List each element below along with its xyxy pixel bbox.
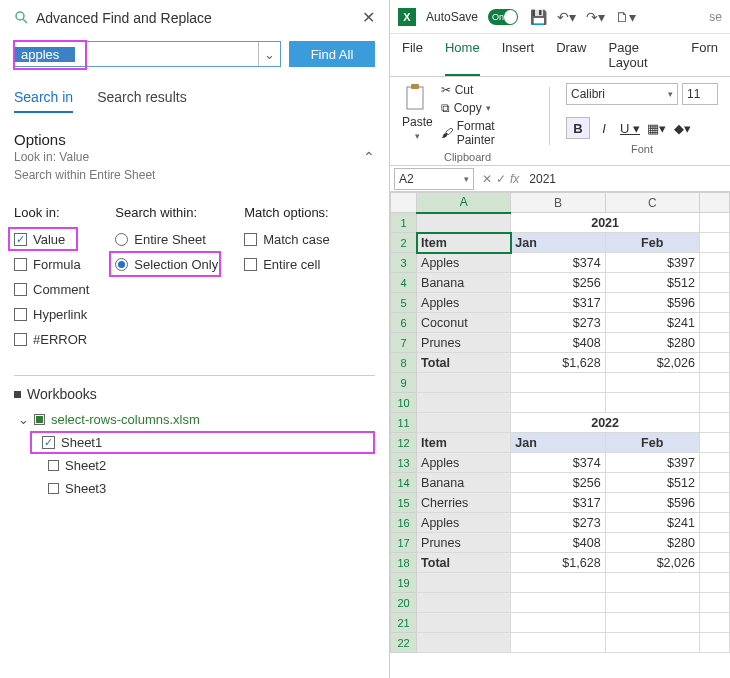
tree-sheet3[interactable]: Sheet3 [14, 477, 375, 500]
tab-draw[interactable]: Draw [556, 40, 586, 76]
cell[interactable]: Item [417, 233, 511, 253]
tab-search-in[interactable]: Search in [14, 89, 73, 113]
find-replace-dialog: Advanced Find and Replace ✕ ⌄ Find All S… [0, 0, 390, 678]
close-icon[interactable]: ✕ [362, 8, 375, 27]
find-icon [14, 10, 30, 26]
quick-access-toolbar: 💾 ↶▾ ↷▾ 🗋▾ [528, 9, 638, 25]
border-button[interactable]: ▦▾ [644, 117, 668, 139]
excel-window: X AutoSave On 💾 ↶▾ ↷▾ 🗋▾ se File Home In… [390, 0, 730, 678]
tree-sheet2[interactable]: Sheet2 [14, 454, 375, 477]
tab-search-results[interactable]: Search results [97, 89, 186, 113]
tree-workbook[interactable]: ⌄ select-rows-columns.xlsm [14, 408, 375, 431]
checkbox-error[interactable]: #ERROR [14, 332, 89, 347]
new-icon[interactable]: 🗋▾ [613, 9, 638, 25]
search-row: ⌄ Find All [14, 41, 375, 67]
undo-icon[interactable]: ↶▾ [555, 9, 578, 25]
formula-bar: A2▾ ✕ ✓ fx 2021 [390, 166, 730, 192]
title-bar: X AutoSave On 💾 ↶▾ ↷▾ 🗋▾ se [390, 0, 730, 34]
col-header-a[interactable]: A [417, 193, 511, 213]
tab-insert[interactable]: Insert [502, 40, 535, 76]
copy-icon: ⧉ [441, 101, 450, 115]
format-painter-button[interactable]: 🖌Format Painter [441, 119, 533, 147]
cell[interactable]: 2021 [511, 213, 700, 233]
scissors-icon: ✂ [441, 83, 451, 97]
col-header-b[interactable]: B [511, 193, 605, 213]
tab-file[interactable]: File [402, 40, 423, 76]
group-font: Calibri▾ 11 B I U ▾ ▦▾ ◆▾ Font [560, 83, 724, 163]
tab-home[interactable]: Home [445, 40, 480, 76]
checkbox-value[interactable]: Value [14, 232, 89, 247]
copy-button[interactable]: ⧉Copy▾ [441, 101, 533, 115]
redo-icon[interactable]: ↷▾ [584, 9, 607, 25]
options-title: Options [14, 131, 155, 148]
tree-sheet1[interactable]: ✓ Sheet1 [8, 431, 381, 454]
options-header[interactable]: Options Look in: Value Search within Ent… [14, 131, 375, 183]
group-clipboard: Paste ▾ ✂Cut ⧉Copy▾ 🖌Format Painter Clip… [396, 83, 539, 163]
searchwithin-header: Search within: [115, 205, 218, 220]
options-body: Look in: Value Formula Comment Hyperlink… [14, 205, 375, 347]
svg-text:X: X [403, 11, 411, 23]
select-all-corner[interactable] [391, 193, 417, 213]
save-icon[interactable]: 💾 [528, 9, 549, 25]
tristate-icon[interactable] [14, 391, 21, 398]
cut-button[interactable]: ✂Cut [441, 83, 533, 97]
excel-icon: X [398, 8, 416, 26]
search-combo[interactable]: ⌄ [14, 41, 281, 67]
checkbox-comment[interactable]: Comment [14, 282, 89, 297]
tab-formulas[interactable]: Forn [691, 40, 718, 76]
cell[interactable] [417, 213, 511, 233]
tab-page-layout[interactable]: Page Layout [609, 40, 670, 76]
options-sub2: Search within Entire Sheet [14, 168, 155, 184]
italic-button[interactable]: I [592, 117, 616, 139]
col-header-c[interactable]: C [605, 193, 699, 213]
match-header: Match options: [244, 205, 329, 220]
spreadsheet-grid[interactable]: A B C 12021 2ItemJanFeb 3Apples$374$397 … [390, 192, 730, 678]
find-all-button[interactable]: Find All [289, 41, 375, 67]
fill-color-button[interactable]: ◆▾ [670, 117, 694, 139]
underline-button[interactable]: U ▾ [618, 117, 642, 139]
lookin-header: Look in: [14, 205, 89, 220]
svg-rect-4 [407, 87, 423, 109]
svg-point-0 [16, 12, 24, 20]
checkbox-formula[interactable]: Formula [14, 257, 89, 272]
svg-rect-5 [411, 84, 419, 89]
collapse-icon[interactable]: ⌄ [18, 412, 28, 427]
font-size-combo[interactable]: 11 [682, 83, 718, 105]
radio-selection-only[interactable]: Selection Only [115, 257, 218, 272]
options-sub1: Look in: Value [14, 150, 155, 166]
tree-header: Workbooks [14, 386, 375, 402]
dialog-header: Advanced Find and Replace ✕ [14, 8, 375, 27]
paste-button[interactable]: Paste ▾ [402, 83, 433, 141]
brush-icon: 🖌 [441, 126, 453, 140]
col-header-d[interactable] [699, 193, 729, 213]
radio-entire-sheet[interactable]: Entire Sheet [115, 232, 218, 247]
fx-icon[interactable]: fx [510, 172, 519, 186]
name-box[interactable]: A2▾ [394, 168, 474, 190]
font-name-combo[interactable]: Calibri▾ [566, 83, 678, 105]
dialog-tabs: Search in Search results [14, 89, 375, 113]
chevron-down-icon[interactable]: ⌄ [258, 42, 280, 66]
ribbon-tabs: File Home Insert Draw Page Layout Forn [390, 34, 730, 77]
formula-input[interactable]: 2021 [523, 172, 730, 186]
checkbox-hyperlink[interactable]: Hyperlink [14, 307, 89, 322]
svg-line-1 [23, 19, 27, 23]
dialog-title: Advanced Find and Replace [36, 10, 212, 26]
autosave-toggle[interactable]: On [488, 9, 518, 25]
search-input[interactable] [15, 47, 75, 62]
workbook-tree: Workbooks ⌄ select-rows-columns.xlsm ✓ S… [14, 375, 375, 500]
search-fragment: se [709, 10, 722, 24]
cancel-icon[interactable]: ✕ [482, 172, 492, 186]
autosave-label: AutoSave [426, 10, 478, 24]
checkbox-entire-cell[interactable]: Entire cell [244, 257, 329, 272]
bold-button[interactable]: B [566, 117, 590, 139]
checkbox-match-case[interactable]: Match case [244, 232, 329, 247]
ribbon: Paste ▾ ✂Cut ⧉Copy▾ 🖌Format Painter Clip… [390, 77, 730, 166]
enter-icon[interactable]: ✓ [496, 172, 506, 186]
chevron-up-icon[interactable]: ⌃ [363, 149, 375, 165]
